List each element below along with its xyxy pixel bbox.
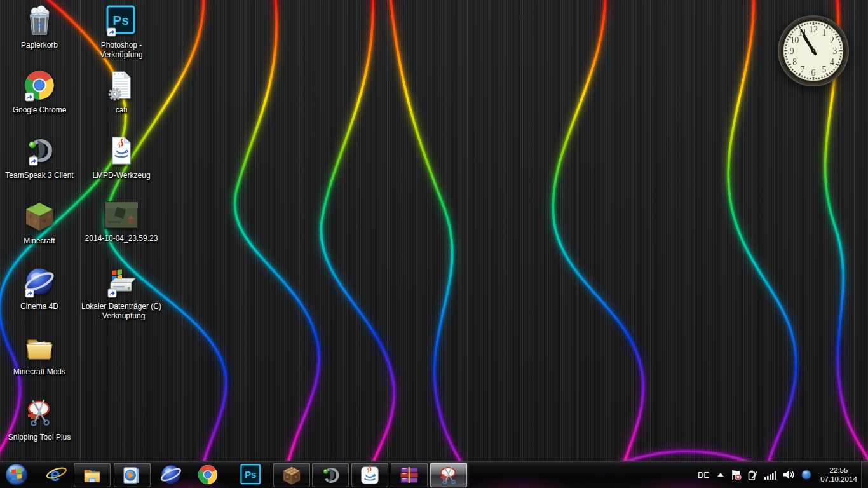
svg-text:3: 3 xyxy=(832,46,837,56)
media-player-icon xyxy=(121,465,143,485)
svg-text:e: e xyxy=(50,464,60,485)
show-desktop-button[interactable] xyxy=(860,461,868,488)
chevron-up-icon xyxy=(717,471,724,478)
java-file-icon xyxy=(106,135,137,170)
winrar-icon xyxy=(398,465,420,485)
desktop-icon-cati[interactable]: cati xyxy=(80,70,163,115)
tray-time: 22:55 xyxy=(818,466,860,475)
desktop-icon-label: LMPD-Werkzeug xyxy=(92,171,150,180)
svg-text:2: 2 xyxy=(830,36,834,45)
svg-text:♻: ♻ xyxy=(36,20,43,30)
windows-explorer-icon xyxy=(81,465,103,485)
photoshop-icon xyxy=(106,5,137,39)
desktop-icon-snipping-tool-plus[interactable]: Snipping Tool Plus xyxy=(1,397,78,442)
action-center-icon[interactable] xyxy=(731,470,742,480)
taskbar-button-snipping-tool[interactable] xyxy=(430,463,467,487)
snipping-tool-icon xyxy=(437,464,460,486)
desktop-icon-label: Photoshop - Verknüpfung xyxy=(80,41,163,60)
desktop-icon-photoshop[interactable]: Photoshop - Verknüpfung xyxy=(80,5,163,60)
power-plug-icon[interactable] xyxy=(748,470,758,480)
svg-text:7: 7 xyxy=(801,65,805,74)
tray-date: 07.10.2014 xyxy=(818,475,860,484)
desktop-icon-cinema4d[interactable]: Cinema 4D xyxy=(1,266,78,311)
cinema4d-icon xyxy=(160,464,182,485)
system-tray: DE xyxy=(696,461,860,488)
desktop-icon-label: Minecraft xyxy=(24,236,55,246)
snipping-tool-icon xyxy=(24,397,55,431)
desktop-icon-label: 2014-10-04_23.59.23 xyxy=(85,234,158,243)
desktop-icon-label: Google Chrome xyxy=(13,105,67,115)
chrome-icon xyxy=(198,464,218,485)
taskbar-button-internet-explorer[interactable]: e xyxy=(43,463,70,486)
svg-text:4: 4 xyxy=(830,57,834,67)
svg-text:9: 9 xyxy=(790,46,794,56)
teamspeak-icon xyxy=(24,135,55,170)
desktop-icon-google-chrome[interactable]: Google Chrome xyxy=(1,70,78,115)
desktop-icon-minecraft-mods[interactable]: Minecraft Mods xyxy=(1,332,78,377)
tray-app-blue-dot-icon[interactable] xyxy=(801,470,811,480)
desktop-icon-minecraft[interactable]: Minecraft xyxy=(1,201,78,246)
svg-text:5: 5 xyxy=(822,65,827,74)
taskbar-button-minecraft[interactable] xyxy=(273,463,310,487)
desktop-icon-label: Papierkorb xyxy=(21,41,58,50)
taskbar-button-photoshop[interactable] xyxy=(238,463,264,486)
taskbar-button-teamspeak[interactable] xyxy=(312,463,349,487)
minecraft-grass-block-icon xyxy=(24,201,55,235)
desktop-icon-screenshot-file[interactable]: 2014-10-04_23.59.23 xyxy=(80,201,163,243)
desktop-icon-label: Minecraft Mods xyxy=(13,367,65,377)
taskbar: e xyxy=(0,461,868,488)
desktop-icon-label: TeamSpeak 3 Client xyxy=(5,171,73,180)
folder-icon xyxy=(24,332,55,366)
java-icon xyxy=(359,465,381,485)
taskbar-button-java[interactable] xyxy=(351,463,388,487)
desktop-icon-local-disk-c[interactable]: Lokaler Datenträger (C) - Verknüpfung xyxy=(80,266,163,321)
desktop-icon-papierkorb[interactable]: ♻ Papierkorb xyxy=(1,5,78,50)
taskbar-button-winrar[interactable] xyxy=(391,463,428,487)
volume-icon[interactable] xyxy=(783,470,795,480)
photoshop-icon xyxy=(240,464,262,485)
desktop-icon-teamspeak[interactable]: TeamSpeak 3 Client xyxy=(1,135,78,180)
recycle-bin-icon: ♻ xyxy=(24,5,55,39)
language-indicator[interactable]: DE xyxy=(696,470,710,480)
tray-clock[interactable]: 22:55 07.10.2014 xyxy=(818,466,860,484)
minecraft-crafting-table-icon xyxy=(281,465,302,485)
svg-text:6: 6 xyxy=(811,68,816,78)
chrome-icon xyxy=(24,70,55,104)
desktop-icon-lmpd-werkzeug[interactable]: LMPD-Werkzeug xyxy=(80,135,163,180)
hard-drive-icon xyxy=(105,266,137,301)
config-file-icon xyxy=(106,70,137,104)
internet-explorer-icon: e xyxy=(44,464,69,485)
show-hidden-icons-button[interactable] xyxy=(717,471,724,478)
taskbar-button-cinema4d[interactable] xyxy=(158,463,184,486)
svg-text:1: 1 xyxy=(822,28,827,37)
desktop-icon-label: cati xyxy=(116,105,128,115)
taskbar-button-windows-explorer[interactable] xyxy=(74,463,111,487)
svg-text:12: 12 xyxy=(809,25,818,34)
svg-text:8: 8 xyxy=(792,57,797,67)
teamspeak-icon xyxy=(320,465,341,485)
cinema4d-icon xyxy=(24,266,55,301)
taskbar-button-chrome[interactable] xyxy=(194,463,221,486)
taskbar-button-windows-media-player[interactable] xyxy=(114,463,151,487)
network-signal-icon[interactable] xyxy=(764,470,776,480)
desktop-icon-label: Snipping Tool Plus xyxy=(8,433,71,442)
start-button[interactable] xyxy=(5,463,28,486)
clock-gadget[interactable]: 121234567891011 xyxy=(776,13,851,88)
desktop-icon-label: Cinema 4D xyxy=(20,302,58,311)
desktop-icon-label: Lokaler Datenträger (C) - Verknüpfung xyxy=(80,302,163,321)
image-thumbnail-icon xyxy=(104,201,139,233)
